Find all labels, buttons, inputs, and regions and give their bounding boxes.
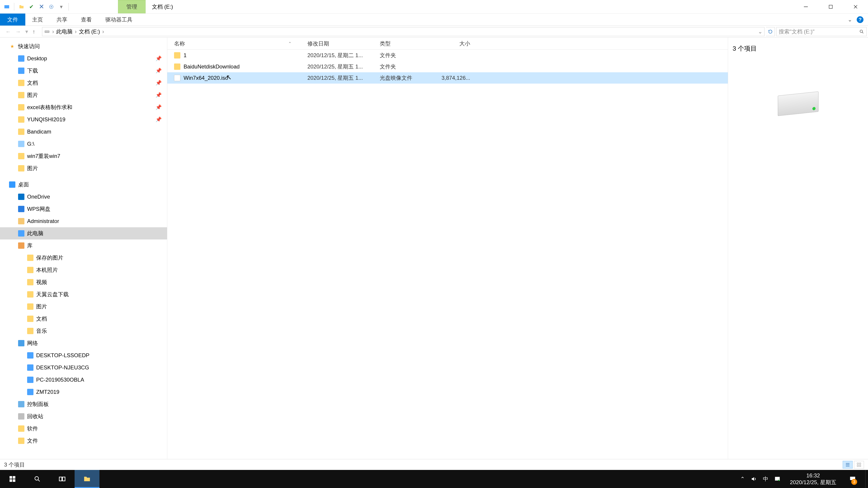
ribbon-tab-drive-tools[interactable]: 驱动器工具 xyxy=(98,13,139,26)
nav-forward-button[interactable]: → xyxy=(16,29,21,35)
breadcrumb-dropdown-icon[interactable]: ⌄ xyxy=(758,29,763,35)
svg-rect-2 xyxy=(829,5,833,8)
tree-network[interactable]: 网络 xyxy=(0,337,167,349)
folder-icon xyxy=(27,291,33,297)
tree-quick-item[interactable]: excel表格制作求和 📌 xyxy=(0,101,167,113)
qat-folder-icon[interactable] xyxy=(18,3,26,11)
tree-quick-item[interactable]: win7重装win7 xyxy=(0,150,167,162)
tree-quick-item[interactable]: G:\ xyxy=(0,138,167,150)
tree-network-item[interactable]: DESKTOP-LSSOEDP xyxy=(0,349,167,361)
tree-library-item[interactable]: 视频 xyxy=(0,276,167,288)
tree-network-item[interactable]: PC-20190530OBLA xyxy=(0,374,167,386)
tree-misc-item[interactable]: 软件 xyxy=(0,422,167,435)
breadcrumb-drive[interactable]: 文档 (E:) xyxy=(79,28,100,35)
tree-quick-item[interactable]: Bandicam xyxy=(0,126,167,138)
tree-desktop[interactable]: 桌面 xyxy=(0,178,167,191)
nav-back-button[interactable]: ← xyxy=(5,29,11,35)
tree-quick-item[interactable]: 图片 xyxy=(0,162,167,174)
qat-dropdown-icon[interactable]: ▾ xyxy=(57,3,65,11)
ribbon-tab-home[interactable]: 主页 xyxy=(25,13,50,26)
ribbon-contextual-label: 管理 xyxy=(126,3,137,10)
qat-check-icon[interactable]: ✔ xyxy=(27,3,35,11)
folder-icon xyxy=(27,255,33,261)
file-date: 2020/12/25, 星期五 1... xyxy=(301,74,373,82)
tree-desktop-item[interactable]: 此电脑 xyxy=(0,227,167,239)
tree-label: 文件 xyxy=(27,437,38,445)
svg-rect-11 xyxy=(62,477,65,481)
tree-library-item[interactable]: 保存的图片 xyxy=(0,252,167,264)
breadcrumb-thispc[interactable]: 此电脑 xyxy=(56,28,72,35)
tree-quick-item[interactable]: 文档 📌 xyxy=(0,77,167,89)
qat-close-icon[interactable]: ✕ xyxy=(37,3,45,11)
column-header-date[interactable]: 修改日期 xyxy=(301,40,373,47)
file-name: Win7x64_2020.iso xyxy=(184,75,228,81)
breadcrumb-bar[interactable]: › 此电脑 › 文档 (E:) › ⌄ xyxy=(42,27,765,36)
tree-quick-item[interactable]: YUNQISHI2019 📌 xyxy=(0,113,167,126)
network-icon xyxy=(18,340,24,346)
ribbon-expand-icon[interactable]: ⌄ xyxy=(848,17,852,23)
item-icon xyxy=(18,104,24,110)
qat-gear-icon[interactable] xyxy=(47,3,55,11)
tree-label: 下载 xyxy=(27,67,38,74)
tree-library-item[interactable]: 文档 xyxy=(0,313,167,325)
computer-icon xyxy=(27,364,33,371)
tree-label: Bandicam xyxy=(27,129,51,135)
tree-quick-item[interactable]: Desktop 📌 xyxy=(0,53,167,65)
tree-network-item[interactable]: ZMT2019 xyxy=(0,386,167,398)
nav-recent-dropdown[interactable]: ▾ xyxy=(25,29,28,35)
tree-library-item[interactable]: 本机照片 xyxy=(0,264,167,276)
tree-library-item[interactable]: 图片 xyxy=(0,300,167,313)
chevron-right-icon[interactable]: › xyxy=(75,29,76,35)
ribbon-tab-share[interactable]: 共享 xyxy=(50,13,74,26)
column-header-size[interactable]: 大小 xyxy=(434,40,475,47)
tree-desktop-item[interactable]: Administrator xyxy=(0,215,167,227)
task-view-button[interactable] xyxy=(50,470,74,488)
tree-misc-item[interactable]: 回收站 xyxy=(0,410,167,422)
tree-library-item[interactable]: 音乐 xyxy=(0,325,167,337)
tree-misc-item[interactable]: 控制面板 xyxy=(0,398,167,410)
tray-app-icon[interactable] xyxy=(774,476,780,482)
ribbon-tab-view[interactable]: 查看 xyxy=(74,13,98,26)
tray-overflow-icon[interactable]: ⌃ xyxy=(740,476,745,482)
volume-icon[interactable] xyxy=(751,476,757,482)
column-header-type[interactable]: 类型 xyxy=(373,40,434,47)
help-icon[interactable]: ? xyxy=(857,16,864,23)
preview-item-count: 3 个项目 xyxy=(733,44,757,53)
column-header-name[interactable]: 名称 ⌃ xyxy=(167,40,301,47)
tree-network-item[interactable]: DESKTOP-NJEU3CG xyxy=(0,361,167,374)
show-desktop-button[interactable] xyxy=(865,470,868,488)
tree-quick-item[interactable]: 下载 📌 xyxy=(0,65,167,77)
chevron-right-icon[interactable]: › xyxy=(102,29,104,35)
view-thumbnails-button[interactable] xyxy=(854,461,864,468)
start-button[interactable] xyxy=(0,470,25,488)
taskbar-explorer-button[interactable] xyxy=(74,470,99,488)
app-icon xyxy=(3,3,11,11)
tree-desktop-item[interactable]: OneDrive xyxy=(0,191,167,203)
ribbon-tab-file[interactable]: 文件 xyxy=(0,13,25,26)
action-center-button[interactable]: 3 xyxy=(846,470,860,488)
window-minimize-button[interactable] xyxy=(794,0,818,13)
window-maximize-button[interactable] xyxy=(818,0,843,13)
refresh-button[interactable] xyxy=(766,27,775,36)
file-row[interactable]: Win7x64_2020.iso 2020/12/25, 星期五 1... 光盘… xyxy=(167,72,728,84)
ime-indicator[interactable]: 中 xyxy=(763,475,768,483)
window-close-button[interactable] xyxy=(843,0,868,13)
tree-quick-item[interactable]: 图片 📌 xyxy=(0,89,167,101)
file-type: 光盘映像文件 xyxy=(373,74,434,82)
column-label: 修改日期 xyxy=(307,40,329,46)
taskbar-search-button[interactable] xyxy=(25,470,50,488)
tree-desktop-item[interactable]: 库 xyxy=(0,239,167,252)
nav-up-button[interactable]: ↑ xyxy=(33,29,35,35)
tree-library-item[interactable]: 天翼云盘下载 xyxy=(0,288,167,300)
file-row[interactable]: 1 2020/12/15, 星期二 1... 文件夹 xyxy=(167,50,728,61)
tree-misc-item[interactable]: 文件 xyxy=(0,435,167,447)
chevron-right-icon[interactable]: › xyxy=(52,29,54,35)
item-icon xyxy=(18,425,24,432)
view-details-button[interactable] xyxy=(843,461,852,468)
tree-desktop-item[interactable]: WPS网盘 xyxy=(0,203,167,215)
file-row[interactable]: BaiduNetdiskDownload 2020/12/25, 星期五 1..… xyxy=(167,61,728,72)
ribbon-contextual-tab[interactable]: 管理 xyxy=(118,0,146,13)
tray-clock[interactable]: 16:32 2020/12/25, 星期五 xyxy=(786,472,840,486)
search-input[interactable]: 搜索"文档 (E:)" xyxy=(776,27,867,36)
tree-quick-access[interactable]: ★ 快速访问 xyxy=(0,40,167,53)
